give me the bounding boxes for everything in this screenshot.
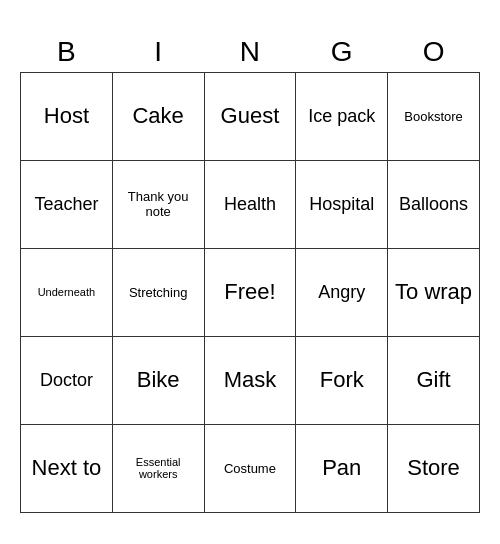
bingo-cell-2-4: To wrap [388, 248, 480, 336]
bingo-cell-3-1: Bike [112, 336, 204, 424]
bingo-cell-0-0: Host [21, 72, 113, 160]
bingo-cell-4-4: Store [388, 424, 480, 512]
bingo-cell-3-0: Doctor [21, 336, 113, 424]
bingo-cell-0-3: Ice pack [296, 72, 388, 160]
bingo-cell-0-4: Bookstore [388, 72, 480, 160]
bingo-header-G: G [296, 32, 388, 73]
bingo-row-4: Next toEssential workersCostumePanStore [21, 424, 480, 512]
bingo-cell-1-4: Balloons [388, 160, 480, 248]
bingo-cell-3-2: Mask [204, 336, 296, 424]
bingo-cell-4-1: Essential workers [112, 424, 204, 512]
bingo-cell-4-3: Pan [296, 424, 388, 512]
bingo-cell-2-1: Stretching [112, 248, 204, 336]
bingo-cell-1-0: Teacher [21, 160, 113, 248]
bingo-cell-2-2: Free! [204, 248, 296, 336]
bingo-cell-4-2: Costume [204, 424, 296, 512]
bingo-header-O: O [388, 32, 480, 73]
bingo-header-I: I [112, 32, 204, 73]
bingo-cell-2-3: Angry [296, 248, 388, 336]
bingo-cell-0-2: Guest [204, 72, 296, 160]
bingo-cell-2-0: Underneath [21, 248, 113, 336]
bingo-header-B: B [21, 32, 113, 73]
bingo-cell-1-2: Health [204, 160, 296, 248]
bingo-cell-3-4: Gift [388, 336, 480, 424]
bingo-row-3: DoctorBikeMaskForkGift [21, 336, 480, 424]
bingo-cell-0-1: Cake [112, 72, 204, 160]
bingo-card: BINGO HostCakeGuestIce packBookstoreTeac… [20, 32, 480, 513]
bingo-cell-1-3: Hospital [296, 160, 388, 248]
bingo-cell-1-1: Thank you note [112, 160, 204, 248]
bingo-cell-3-3: Fork [296, 336, 388, 424]
bingo-row-0: HostCakeGuestIce packBookstore [21, 72, 480, 160]
bingo-header-N: N [204, 32, 296, 73]
bingo-row-2: UnderneathStretchingFree!AngryTo wrap [21, 248, 480, 336]
bingo-cell-4-0: Next to [21, 424, 113, 512]
bingo-row-1: TeacherThank you noteHealthHospitalBallo… [21, 160, 480, 248]
